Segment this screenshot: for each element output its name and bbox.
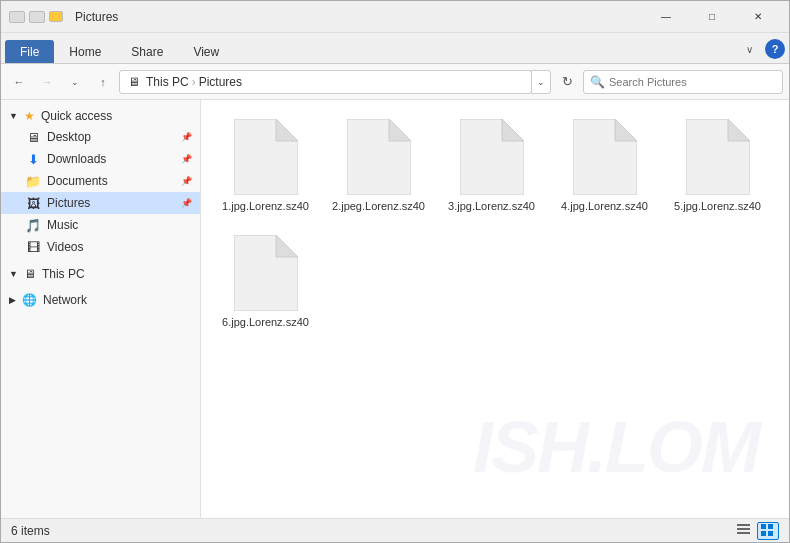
file-icon [686,119,750,195]
help-button[interactable]: ? [765,39,785,59]
file-icon [573,119,637,195]
path-icon: 🖥 [128,75,140,89]
view-list-button[interactable] [733,522,755,540]
sidebar-quick-access[interactable]: ▼ ★ Quick access [1,106,200,126]
path-dropdown-button[interactable]: ⌄ [531,70,551,94]
tab-view[interactable]: View [178,40,234,63]
sidebar-network[interactable]: ▶ 🌐 Network [1,290,200,310]
svg-marker-4 [460,119,524,195]
statusbar: 6 items [1,518,789,542]
file-name: 5.jpg.Lorenz.sz40 [674,199,761,213]
pin-icon-pictures: 📌 [181,198,192,208]
sidebar-label-music: Music [47,218,78,232]
sidebar-item-desktop[interactable]: 🖥 Desktop 📌 [1,126,200,148]
network-label: Network [43,293,87,307]
tab-home[interactable]: Home [54,40,116,63]
network-arrow: ▶ [9,295,16,305]
sidebar-this-pc[interactable]: ▼ 🖥 This PC [1,264,200,284]
title-icon-1 [9,11,25,23]
sidebar: ▼ ★ Quick access 🖥 Desktop 📌 ⬇ Downloads… [1,100,201,518]
svg-rect-14 [737,532,750,534]
search-icon: 🔍 [590,75,605,89]
svg-rect-16 [768,524,773,529]
svg-rect-13 [737,528,750,530]
view-buttons [733,522,779,540]
minimize-button[interactable]: — [643,1,689,33]
explorer-window: Pictures — □ ✕ File Home Share View ∨ ? … [0,0,790,543]
file-item[interactable]: 6.jpg.Lorenz.sz40 [213,228,318,336]
ribbon-collapse-button[interactable]: ∨ [737,37,761,61]
title-folder-icon [49,11,63,22]
maximize-button[interactable]: □ [689,1,735,33]
file-item[interactable]: 3.jpg.Lorenz.sz40 [439,112,544,220]
downloads-icon: ⬇ [25,151,41,167]
svg-marker-10 [234,235,298,311]
this-pc-arrow: ▼ [9,269,18,279]
sidebar-item-music[interactable]: 🎵 Music [1,214,200,236]
view-large-icon-button[interactable] [757,522,779,540]
this-pc-icon: 🖥 [24,267,36,281]
quick-access-icon: ★ [24,109,35,123]
svg-marker-3 [389,119,411,141]
up-button[interactable]: ↑ [91,70,115,94]
sidebar-label-documents: Documents [47,174,108,188]
svg-marker-8 [686,119,750,195]
file-name: 2.jpeg.Lorenz.sz40 [332,199,425,213]
tab-share[interactable]: Share [116,40,178,63]
svg-rect-12 [737,524,750,526]
svg-marker-5 [502,119,524,141]
videos-icon: 🎞 [25,239,41,255]
pin-icon-desktop: 📌 [181,132,192,142]
svg-marker-1 [276,119,298,141]
back-button[interactable]: ← [7,70,31,94]
svg-rect-17 [761,531,766,536]
refresh-button[interactable]: ↻ [555,70,579,94]
this-pc-label: This PC [42,267,85,281]
sidebar-item-pictures[interactable]: 🖼 Pictures 📌 [1,192,200,214]
file-item[interactable]: 5.jpg.Lorenz.sz40 [665,112,770,220]
titlebar: Pictures — □ ✕ [1,1,789,33]
file-name: 3.jpg.Lorenz.sz40 [448,199,535,213]
sidebar-label-pictures: Pictures [47,196,90,210]
path-pictures[interactable]: Pictures [199,75,242,89]
search-box[interactable]: 🔍 [583,70,783,94]
address-path[interactable]: 🖥 This PC › Pictures [119,70,532,94]
file-name: 6.jpg.Lorenz.sz40 [222,315,309,329]
path-this-pc[interactable]: This PC [146,75,189,89]
file-item[interactable]: 1.jpg.Lorenz.sz40 [213,112,318,220]
svg-marker-0 [234,119,298,195]
window-title: Pictures [75,10,643,24]
sidebar-label-downloads: Downloads [47,152,106,166]
pin-icon-downloads: 📌 [181,154,192,164]
file-item[interactable]: 4.jpg.Lorenz.sz40 [552,112,657,220]
music-icon: 🎵 [25,217,41,233]
file-area: ISH.LOM 1.jpg.Lorenz.sz40 2.jpeg.Lorenz.… [201,100,789,518]
title-icon-2 [29,11,45,23]
svg-marker-2 [347,119,411,195]
files-grid: 1.jpg.Lorenz.sz40 2.jpeg.Lorenz.sz40 3.j… [213,112,777,337]
items-count: 6 items [11,524,50,538]
sidebar-label-desktop: Desktop [47,130,91,144]
sidebar-item-downloads[interactable]: ⬇ Downloads 📌 [1,148,200,170]
sidebar-item-documents[interactable]: 📁 Documents 📌 [1,170,200,192]
svg-rect-18 [768,531,773,536]
main-content: ▼ ★ Quick access 🖥 Desktop 📌 ⬇ Downloads… [1,100,789,518]
file-item[interactable]: 2.jpeg.Lorenz.sz40 [326,112,431,220]
svg-marker-11 [276,235,298,257]
ribbon-tabs: File Home Share View ∨ ? [1,33,789,63]
addressbar: ← → ⌄ ↑ 🖥 This PC › Pictures ⌄ ↻ 🔍 [1,64,789,100]
svg-rect-15 [761,524,766,529]
titlebar-icons [9,11,63,23]
tab-file[interactable]: File [5,40,54,63]
network-icon: 🌐 [22,293,37,307]
recent-button[interactable]: ⌄ [63,70,87,94]
file-name: 1.jpg.Lorenz.sz40 [222,199,309,213]
search-input[interactable] [609,76,776,88]
documents-icon: 📁 [25,173,41,189]
sidebar-item-videos[interactable]: 🎞 Videos [1,236,200,258]
file-icon [460,119,524,195]
svg-marker-7 [615,119,637,141]
file-icon [234,119,298,195]
close-button[interactable]: ✕ [735,1,781,33]
forward-button[interactable]: → [35,70,59,94]
